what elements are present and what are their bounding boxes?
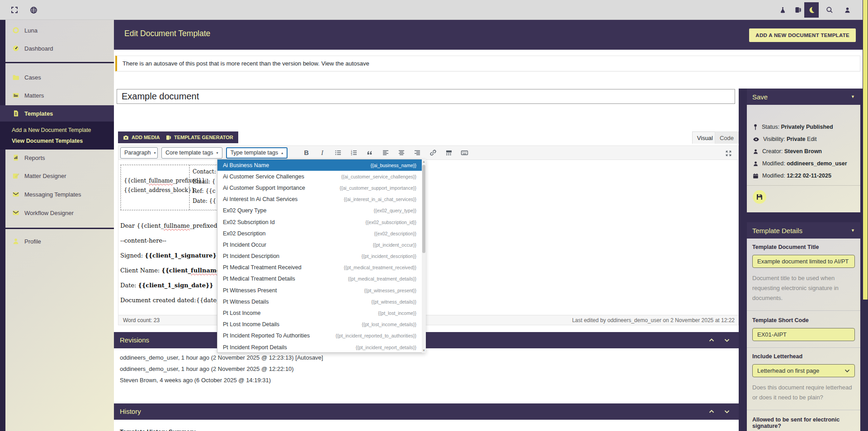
person-icon [753, 149, 759, 155]
letterhead-help: Does this document require letterhead or… [752, 383, 855, 403]
chevron-down-icon[interactable] [723, 408, 731, 415]
save-panel-title: Save [752, 93, 768, 101]
dropdown-item[interactable]: Pt Witnesses Present {{pt_witnesses_pres… [217, 285, 425, 296]
tab-code[interactable]: Code [715, 131, 739, 144]
dropdown-item[interactable]: Pt Lost Income {{pt_lost_income}} [217, 307, 425, 319]
flask-icon[interactable] [776, 4, 789, 16]
dropdown-item[interactable]: Pt Medical Treatment Received {{pt_medic… [217, 262, 425, 273]
user-icon[interactable] [841, 4, 854, 16]
sidebar-item-workflow-designer[interactable]: Workflow Designer [5, 206, 114, 220]
italic-button[interactable]: I [316, 147, 328, 159]
bold-button[interactable]: B [300, 147, 312, 159]
dropdown-item[interactable]: Ai Business Name {{ai_business_name}} [217, 159, 425, 171]
fullscreen-editor-icon[interactable] [722, 148, 735, 159]
submenu-view-document-templates[interactable]: View Document Templates [12, 136, 83, 145]
moon-icon[interactable] [804, 2, 819, 18]
visibility-edit-link[interactable]: Edit [806, 136, 817, 142]
add-media-button[interactable]: ADD MEDIA [118, 131, 165, 143]
more-tag-button[interactable] [443, 147, 455, 159]
document-title-input[interactable] [117, 89, 735, 104]
sidebar-item-matter-designer[interactable]: Matter Designer [5, 169, 114, 183]
add-new-document-template-button[interactable]: ADD A NEW DOCUMENT TEMPLATE [749, 28, 856, 42]
letterhead-select[interactable]: Letterhead on first page [752, 364, 855, 377]
dropdown-item-label: Pt Lost Income [223, 310, 378, 316]
template-details-header[interactable]: Template Details ▼ [747, 222, 860, 239]
sidebar-item-matters[interactable]: Matters [5, 89, 114, 102]
revision-entry[interactable]: oddineers_demo_user, 1 hour ago (2 Novem… [120, 354, 323, 361]
doc-line: Signed: {{client_1_signature}} [120, 251, 734, 260]
paragraph-select[interactable]: Paragraph ▾ [120, 147, 158, 159]
search-icon[interactable] [823, 4, 836, 16]
editor-content[interactable]: {{client_fullname_prefixed}} {{client_ad… [118, 160, 738, 315]
dropdown-item[interactable]: Pt Incident Reported To Authorities {{pt… [217, 330, 425, 342]
dropdown-scrollbar[interactable]: ▲ ▼ [422, 159, 426, 353]
doc-title-input[interactable] [752, 255, 855, 268]
short-code-input[interactable] [752, 328, 855, 341]
save-panel: Save ▼ Status: Privately Published Visib… [747, 89, 860, 212]
chevron-up-icon[interactable] [708, 337, 715, 344]
right-sidebar: Save ▼ Status: Privately Published Visib… [739, 89, 863, 431]
divider [747, 185, 860, 186]
book-icon[interactable] [792, 4, 804, 16]
dropdown-item[interactable]: Ai Customer Service Challenges {{ai_cust… [217, 171, 425, 182]
page-scrollbar[interactable] [863, 0, 868, 431]
person-icon [12, 238, 19, 245]
scroll-up-icon[interactable]: ▲ [422, 159, 426, 164]
dropdown-item[interactable]: Ai Interest In Ai Chat Services {{ai_int… [217, 194, 425, 205]
fullscreen-icon[interactable] [8, 4, 21, 16]
globe-icon[interactable] [27, 4, 40, 16]
dashboard-icon [12, 45, 19, 52]
dropdown-item[interactable]: Pt Medical Treatment Details {{pt_medica… [217, 273, 425, 285]
keyboard-button[interactable] [458, 147, 471, 159]
sidebar-item-templates[interactable]: Templates [0, 105, 114, 122]
chevron-down-icon[interactable] [723, 337, 731, 344]
chevron-up-icon[interactable] [708, 408, 715, 415]
submenu-add-new-document-template[interactable]: Add a New Document Template [12, 126, 91, 135]
sidebar-item-luna[interactable]: Luna [5, 23, 114, 37]
sidebar-label: Luna [24, 27, 38, 34]
collapse-icon[interactable]: ▼ [851, 94, 855, 99]
sidebar-item-messaging-templates[interactable]: Messaging Templates [5, 187, 114, 201]
type-template-tags-select[interactable]: Type template tags ▴ [226, 147, 288, 159]
revision-entry[interactable]: Steven Brown, 4 weeks ago (6 October 202… [120, 377, 271, 384]
dropdown-item[interactable]: Pt Incident Description {{pt_incident_de… [217, 251, 425, 262]
revision-entry[interactable]: oddineers_demo_user, 1 hour ago (2 Novem… [120, 365, 294, 372]
sidebar-item-cases[interactable]: Cases [5, 70, 114, 84]
dropdown-scroll-thumb[interactable] [422, 165, 425, 253]
align-right-button[interactable] [411, 147, 423, 159]
view-autosave-link[interactable]: View the autosave [321, 60, 369, 67]
history-header[interactable]: History [114, 403, 739, 420]
align-left-button[interactable] [379, 147, 392, 159]
dropdown-item[interactable]: Pt Incident Report Details {{pt_incident… [217, 342, 425, 353]
tab-visual[interactable]: Visual [692, 131, 718, 144]
dropdown-item-label: Pt Witnesses Present [223, 287, 364, 294]
save-panel-header[interactable]: Save ▼ [747, 89, 860, 105]
dropdown-item-tag: {{ai_customer_service_challenges}} [341, 174, 416, 179]
dropdown-item[interactable]: Ex02 Description {{ex02_description}} [217, 228, 425, 239]
blockquote-button[interactable] [363, 147, 376, 159]
template-generator-button[interactable]: TEMPLATE GENERATOR [160, 131, 238, 143]
sidebar-item-reports[interactable]: Reports [5, 151, 114, 164]
dropdown-item[interactable]: Pt Lost Income Details {{pt_lost_income_… [217, 319, 425, 330]
modified-by-value: oddineers_demo_user [787, 160, 847, 167]
main-content: Edit Document Template ADD A NEW DOCUMEN… [114, 20, 863, 431]
template-details-body: Template Document Title Document title t… [747, 239, 860, 431]
link-button[interactable] [427, 147, 439, 159]
scroll-down-icon[interactable]: ▼ [422, 348, 426, 353]
dropdown-item[interactable]: Ai Customer Support Importance {{ai_cust… [217, 182, 425, 193]
core-template-tags-select[interactable]: Core template tags ▾ [161, 147, 222, 159]
dropdown-item[interactable]: Pt Incident Occur {{pt_incident_occur}} [217, 239, 425, 250]
dropdown-item[interactable]: Ex02 Query Type {{ex02_query_type}} [217, 205, 425, 216]
sidebar-item-profile[interactable]: Profile [5, 234, 114, 248]
dropdown-item[interactable]: Pt Witness Details {{pt_witness_details}… [217, 296, 425, 307]
save-button[interactable] [753, 190, 766, 204]
dropdown-item[interactable]: Ex02 Subscription Id {{ex02_subscription… [217, 216, 425, 228]
revisions-header[interactable]: Revisions [114, 332, 739, 348]
collapse-icon[interactable]: ▼ [851, 228, 855, 233]
bullet-list-button[interactable] [332, 147, 344, 159]
page-title: Edit Document Template [124, 29, 210, 38]
align-center-button[interactable] [395, 147, 407, 159]
sidebar-item-dashboard[interactable]: Dashboard [5, 42, 114, 55]
page-scroll-thumb[interactable] [863, 0, 868, 300]
numbered-list-button[interactable]: 123 [348, 147, 360, 159]
